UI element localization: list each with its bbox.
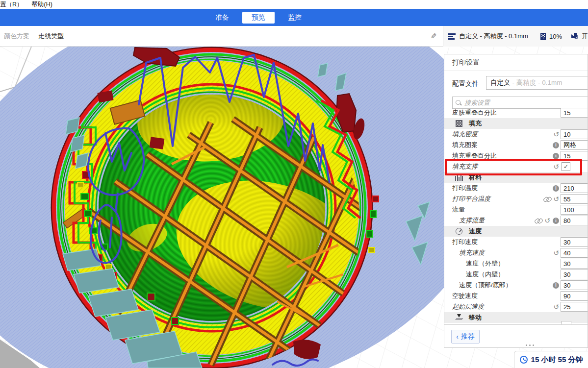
settings-list: 皮肤重叠百分比 填充 填充密度 ↺ 填充图案 i 网格 填充重叠百分比 i — [444, 107, 588, 323]
search-placeholder: 搜索设置 — [464, 98, 490, 107]
reset-icon[interactable]: ↺ — [553, 163, 559, 170]
info-icon[interactable]: i — [553, 185, 559, 192]
setting-row-travel-speed: 空驶速度 — [444, 291, 588, 301]
color-scheme-label: 颜色方案 — [4, 32, 29, 41]
panel-divider — [444, 324, 588, 325]
setting-row-support-flow: 支撑流量 ↺i — [444, 215, 588, 226]
speed-section-icon — [456, 228, 462, 235]
infill-section-icon — [456, 120, 462, 127]
setting-input[interactable] — [561, 270, 588, 279]
profile-label: 配置文件 — [452, 79, 479, 88]
infill-percent-value: 10% — [549, 33, 562, 40]
travel-section-icon — [456, 314, 462, 321]
stage-tabs: 准备 预览 监控 — [206, 9, 311, 26]
color-scheme-select[interactable]: 走线类型 — [38, 32, 64, 41]
setting-row-outer-wall-speed: 速度（外壁） — [444, 258, 588, 269]
setting-input[interactable] — [561, 194, 588, 204]
setting-input[interactable] — [561, 291, 588, 301]
tab-monitor[interactable]: 监控 — [279, 12, 311, 24]
reset-icon[interactable]: ↺ — [553, 131, 559, 138]
setting-input[interactable] — [561, 259, 588, 269]
link-icon[interactable] — [535, 219, 542, 223]
stage-bar: 准备 预览 监控 — [0, 9, 588, 26]
setting-input[interactable] — [561, 237, 588, 247]
reset-icon[interactable]: ↺ — [553, 303, 559, 310]
print-summary-bar[interactable]: 自定义 - 高精度 - 0.1mm 10% 开 — [443, 26, 588, 47]
panel-title: 打印设置 — [444, 54, 588, 71]
setting-row-print-temp: 打印温度 i — [444, 183, 588, 194]
setting-row-skin-overlap: 皮肤重叠百分比 — [444, 107, 588, 118]
edit-pencil-icon[interactable]: ✎ — [431, 26, 437, 47]
setting-input[interactable] — [561, 129, 588, 139]
info-icon[interactable]: i — [553, 142, 559, 148]
setting-row-initial-layer-speed: 起始层速度 ↺ — [444, 301, 588, 312]
print-settings-panel: 打印设置 配置文件 自定义 - 高精度 - 0.1mm 搜索设置 皮肤重叠百分比… — [444, 54, 588, 348]
material-section-icon — [455, 174, 463, 181]
tab-prepare[interactable]: 准备 — [206, 12, 238, 24]
tab-preview[interactable]: 预览 — [242, 12, 275, 24]
setting-input[interactable] — [561, 183, 588, 193]
drag-handle-dots[interactable] — [526, 344, 534, 346]
setting-input[interactable] — [561, 248, 588, 258]
section-material[interactable]: 材料 — [444, 172, 588, 183]
profile-layers-icon — [448, 33, 456, 40]
support-state-value: 开 — [582, 32, 588, 41]
cura-window: 置（R） 帮助(H) 准备 预览 监控 颜色方案 走线类型 ✎ 自定义 - 高精… — [0, 0, 588, 368]
section-speed[interactable]: 速度 — [444, 226, 588, 237]
reset-icon[interactable]: ↺ — [544, 217, 550, 224]
setting-row-infill-support: 填充支撑 ↺ ✓ — [444, 161, 588, 172]
setting-input[interactable] — [561, 108, 588, 118]
setting-row-print-speed: 打印速度 — [444, 237, 588, 247]
section-infill[interactable]: 填充 — [444, 118, 588, 129]
setting-row-flow: 流量 — [444, 204, 588, 215]
reset-icon[interactable]: ↺ — [553, 196, 559, 202]
setting-row-inner-wall-speed: 速度（内壁） — [444, 269, 588, 280]
menu-settings[interactable]: 置（R） — [0, 0, 24, 9]
setting-row-topbottom-speed: 速度（顶部/底部） i — [444, 280, 588, 291]
info-icon[interactable]: i — [553, 218, 559, 224]
setting-row-infill-density: 填充密度 ↺ — [444, 129, 588, 140]
menu-bar: 置（R） 帮助(H) — [0, 0, 588, 9]
info-icon[interactable]: i — [553, 282, 559, 289]
setting-input[interactable] — [561, 280, 588, 290]
search-icon — [456, 100, 461, 106]
setting-row-infill-speed: 填充速度 ↺ — [444, 247, 588, 258]
menu-help[interactable]: 帮助(H) — [31, 0, 53, 9]
chevron-left-icon: ‹ — [456, 333, 459, 341]
setting-input[interactable] — [561, 216, 588, 225]
setting-input[interactable] — [561, 151, 588, 161]
profile-dropdown[interactable]: 自定义 - 高精度 - 0.1mm — [486, 76, 588, 90]
reset-icon[interactable]: ↺ — [553, 249, 559, 256]
profile-summary: 自定义 - 高精度 - 0.1mm — [459, 32, 528, 41]
setting-row-bed-temp: 打印平台温度 ↺ — [444, 194, 588, 204]
setting-row-infill-overlap: 填充重叠百分比 i — [444, 150, 588, 161]
info-icon[interactable]: i — [553, 153, 559, 159]
infill-percent-icon — [540, 33, 546, 40]
setting-select[interactable]: 网格 — [561, 140, 588, 150]
setting-input[interactable] — [561, 302, 588, 312]
support-state-icon — [570, 32, 578, 41]
setting-row-infill-pattern: 填充图案 i 网格 — [444, 140, 588, 150]
print-time-estimate: 15 小时 55 分钟 — [531, 355, 583, 365]
recommended-mode-button[interactable]: ‹ 推荐 — [451, 330, 480, 343]
print-time-card: 15 小时 55 分钟 — [514, 351, 588, 368]
clock-icon — [520, 356, 528, 364]
infill-support-checkbox[interactable]: ✓ — [562, 162, 570, 171]
preview-toolbar: 颜色方案 走线类型 ✎ 自定义 - 高精度 - 0.1mm 10% 开 — [0, 26, 588, 47]
partial-checkbox — [562, 321, 571, 324]
link-icon[interactable] — [543, 197, 551, 201]
setting-input[interactable] — [561, 205, 588, 215]
